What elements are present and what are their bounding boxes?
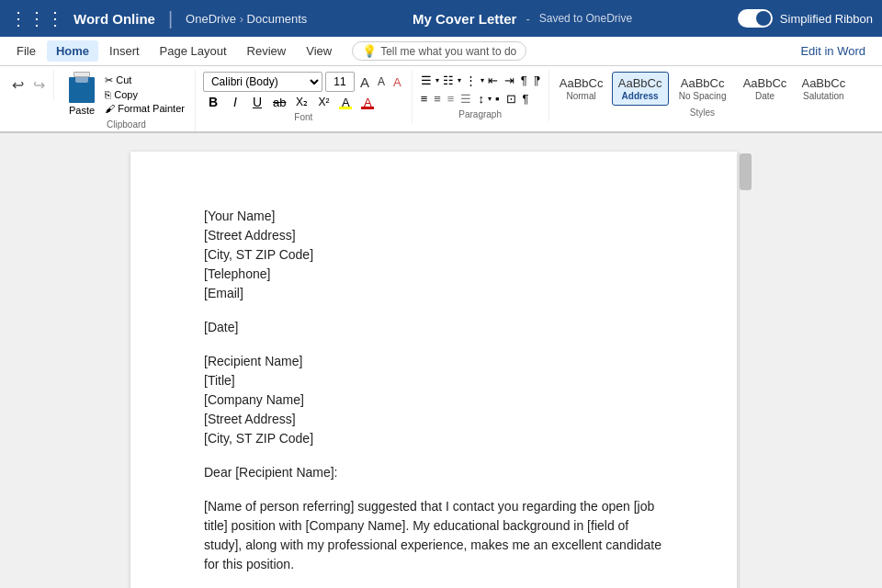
ribbon: ↩ ↪ Paste ✂ Cut ⎘ Copy 🖌 Format Painter … (0, 66, 882, 133)
clipboard-label: Clipboard (107, 119, 146, 131)
title-bar: ⋮⋮⋮ Word Online | OneDrive › Documents M… (0, 0, 882, 37)
ltr-button[interactable]: ¶ (518, 72, 530, 89)
highlight-color-button[interactable]: A (335, 95, 356, 110)
breadcrumb: OneDrive › Documents (186, 12, 307, 26)
doc-email[interactable]: [Email] (204, 284, 663, 303)
align-center-button[interactable]: ≡ (431, 90, 444, 107)
word-online-title: Word Online (74, 11, 155, 27)
redo-button[interactable]: ↪ (28, 74, 50, 96)
saved-status: Saved to OneDrive (539, 12, 632, 25)
document-page[interactable]: [Your Name] [Street Address] [City, ST Z… (130, 152, 737, 588)
clipboard-group: Paste ✂ Cut ⎘ Copy 🖌 Format Painter Clip… (58, 70, 196, 131)
doc-recipient-street[interactable]: [Street Address] (204, 410, 663, 429)
align-left-button[interactable]: ≡ (418, 90, 431, 107)
menu-review[interactable]: Review (238, 40, 296, 62)
toggle-knob (756, 11, 771, 26)
line-spacing-dropdown[interactable]: ▾ (488, 95, 492, 103)
bold-button[interactable]: B (203, 94, 223, 110)
paste-button[interactable]: Paste (65, 70, 98, 118)
justify-button[interactable]: ☰ (458, 90, 474, 107)
style-address-label: Address (622, 91, 659, 101)
style-no-spacing[interactable]: AaBbCc No Spacing (671, 72, 735, 106)
doc-body-paragraph[interactable]: [Name of person referring] suggested tha… (204, 497, 663, 574)
paste-label: Paste (69, 105, 95, 116)
doc-recipient-name[interactable]: [Recipient Name] (204, 352, 663, 371)
subscript-button[interactable]: X₂ (291, 95, 311, 109)
undo-button[interactable]: ↩ (7, 74, 28, 96)
multilevel-dropdown[interactable]: ▾ (481, 76, 484, 85)
borders-button[interactable]: ⊡ (503, 90, 519, 107)
style-date-preview: AaBbCc (743, 76, 787, 91)
menu-page-layout[interactable]: Page Layout (151, 40, 236, 62)
shading-button[interactable]: ▪ (492, 90, 503, 107)
menu-home[interactable]: Home (47, 40, 98, 62)
format-painter-button[interactable]: 🖌 Format Painter (102, 102, 187, 115)
bullets-dropdown[interactable]: ▾ (435, 76, 439, 85)
bullets-button[interactable]: ☰ (418, 72, 435, 89)
style-address[interactable]: AaBbCc Address (612, 72, 669, 106)
doc-street-address[interactable]: [Street Address] (204, 226, 663, 245)
font-name-select[interactable]: Calibri (Body) (203, 72, 322, 92)
style-salutation-preview: AaBbCc (801, 76, 845, 91)
underline-button[interactable]: U (247, 94, 267, 110)
menu-view[interactable]: View (297, 40, 341, 62)
undo-redo-group: ↩ ↪ (4, 70, 54, 100)
style-salutation-label: Salutation (803, 91, 843, 101)
document-area[interactable]: [Your Name] [Street Address] [City, ST Z… (0, 133, 882, 588)
style-normal[interactable]: AaBbCc Normal (553, 72, 610, 106)
simplified-ribbon-label: Simplified Ribbon (780, 12, 873, 26)
style-address-preview: AaBbCc (618, 76, 662, 91)
breadcrumb-arrow: › (240, 12, 247, 26)
clear-formatting-button[interactable]: A (390, 74, 404, 90)
doc-telephone[interactable]: [Telephone] (204, 265, 663, 284)
style-date[interactable]: AaBbCc Date (737, 72, 794, 106)
copy-button[interactable]: ⎘ Copy (102, 88, 187, 101)
vertical-scrollbar[interactable] (739, 152, 752, 588)
doc-recipient-city[interactable]: [City, ST ZIP Code] (204, 429, 663, 448)
apps-grid-icon[interactable]: ⋮⋮⋮ (9, 7, 64, 29)
align-right-button[interactable]: ≡ (445, 90, 458, 107)
numbering-dropdown[interactable]: ▾ (458, 76, 461, 85)
toggle-switch[interactable] (738, 9, 773, 28)
numbering-button[interactable]: ☷ (440, 72, 457, 89)
tell-me-input[interactable]: 💡 Tell me what you want to do (352, 41, 526, 61)
title-dash: - (526, 12, 529, 26)
doc-date[interactable]: [Date] (204, 318, 663, 337)
menu-insert[interactable]: Insert (100, 40, 149, 62)
font-grow-button[interactable]: A (357, 74, 372, 91)
strikethrough-button[interactable]: ab (269, 95, 289, 110)
doc-salutation[interactable]: Dear [Recipient Name]: (204, 463, 663, 482)
doc-company-name[interactable]: [Company Name] (204, 390, 663, 410)
font-shrink-button[interactable]: A (375, 74, 388, 89)
font-size-input[interactable] (325, 72, 355, 92)
style-date-label: Date (755, 91, 775, 101)
breadcrumb-folder[interactable]: Documents (247, 12, 308, 26)
doc-your-name[interactable]: [Your Name] (204, 207, 663, 226)
doc-city-state-zip[interactable]: [City, ST ZIP Code] (204, 245, 663, 265)
doc-recipient-title[interactable]: [Title] (204, 371, 663, 390)
menu-bar: File Home Insert Page Layout Review View… (0, 37, 882, 66)
edit-in-word-button[interactable]: Edit in Word (791, 40, 875, 62)
decrease-indent-button[interactable]: ⇤ (485, 72, 501, 89)
rtl-button[interactable]: ¶ (531, 72, 543, 89)
scroll-thumb[interactable] (740, 153, 752, 190)
style-no-spacing-label: No Spacing (679, 91, 727, 101)
style-salutation[interactable]: AaBbCc Salutation (795, 72, 852, 106)
paragraph-group: ☰ ▾ ☷ ▾ ⋮ ▾ ⇤ ⇥ ¶ ¶ ≡ ≡ ≡ ☰ ↕ ▾ ▪ ⊡ ¶ Pa… (413, 70, 549, 121)
font-group: Calibri (Body) A A A B I U ab X₂ X² A A … (196, 70, 413, 124)
styles-label: Styles (690, 107, 715, 119)
line-spacing-button[interactable]: ↕ (475, 90, 487, 107)
menu-file[interactable]: File (7, 40, 45, 62)
breadcrumb-root[interactable]: OneDrive (186, 12, 236, 26)
paragraph-mark-button[interactable]: ¶ (520, 90, 532, 107)
cut-button[interactable]: ✂ Cut (102, 74, 187, 87)
style-normal-preview: AaBbCc (560, 76, 604, 91)
title-separator: | (168, 8, 173, 29)
multilevel-button[interactable]: ⋮ (462, 72, 480, 89)
font-color-button[interactable]: A (357, 95, 378, 110)
simplified-ribbon-toggle: Simplified Ribbon (738, 9, 873, 28)
font-label: Font (294, 112, 312, 124)
increase-indent-button[interactable]: ⇥ (502, 72, 517, 89)
superscript-button[interactable]: X² (313, 95, 334, 109)
italic-button[interactable]: I (225, 94, 245, 110)
